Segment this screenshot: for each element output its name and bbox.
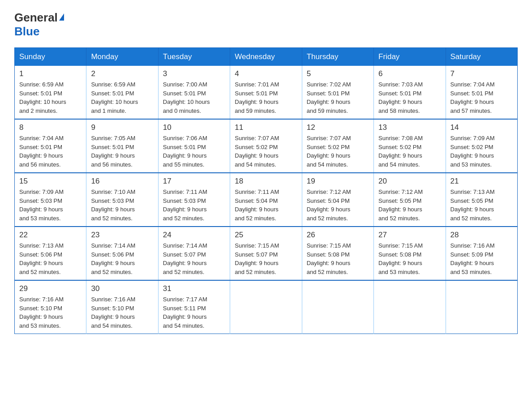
- day-number: 28: [450, 231, 513, 240]
- day-number: 15: [19, 177, 82, 186]
- day-info: Sunrise: 7:03 AMSunset: 5:01 PMDaylight:…: [378, 80, 441, 115]
- calendar-cell: 16Sunrise: 7:10 AMSunset: 5:03 PMDayligh…: [86, 173, 158, 227]
- day-number: 30: [91, 284, 153, 293]
- day-number: 11: [235, 123, 297, 132]
- calendar-cell: 15Sunrise: 7:09 AMSunset: 5:03 PMDayligh…: [15, 173, 86, 227]
- day-number: 3: [163, 69, 225, 78]
- day-info: Sunrise: 7:07 AMSunset: 5:02 PMDaylight:…: [235, 134, 297, 169]
- calendar-cell: 14Sunrise: 7:09 AMSunset: 5:02 PMDayligh…: [446, 119, 517, 173]
- day-info: Sunrise: 7:10 AMSunset: 5:03 PMDaylight:…: [91, 188, 153, 223]
- day-number: 21: [450, 177, 513, 186]
- calendar-week-row: 29Sunrise: 7:16 AMSunset: 5:10 PMDayligh…: [15, 280, 518, 334]
- day-number: 17: [163, 177, 225, 186]
- calendar-cell: 19Sunrise: 7:12 AMSunset: 5:04 PMDayligh…: [302, 173, 373, 227]
- day-info: Sunrise: 7:15 AMSunset: 5:07 PMDaylight:…: [235, 241, 297, 276]
- calendar-cell: 1Sunrise: 6:59 AMSunset: 5:01 PMDaylight…: [15, 66, 86, 119]
- calendar-cell: 18Sunrise: 7:11 AMSunset: 5:04 PMDayligh…: [230, 173, 302, 227]
- day-info: Sunrise: 7:13 AMSunset: 5:05 PMDaylight:…: [450, 188, 513, 223]
- day-number: 5: [307, 69, 369, 78]
- day-info: Sunrise: 6:59 AMSunset: 5:01 PMDaylight:…: [91, 80, 153, 115]
- day-info: Sunrise: 7:16 AMSunset: 5:10 PMDaylight:…: [91, 295, 153, 330]
- day-info: Sunrise: 7:11 AMSunset: 5:03 PMDaylight:…: [163, 188, 225, 223]
- calendar-cell: 24Sunrise: 7:14 AMSunset: 5:07 PMDayligh…: [158, 227, 230, 280]
- calendar-cell: 8Sunrise: 7:04 AMSunset: 5:01 PMDaylight…: [15, 119, 86, 173]
- calendar-cell: 31Sunrise: 7:17 AMSunset: 5:11 PMDayligh…: [158, 280, 230, 334]
- day-number: 14: [450, 123, 513, 132]
- day-number: 9: [91, 123, 153, 132]
- calendar-cell: 12Sunrise: 7:07 AMSunset: 5:02 PMDayligh…: [302, 119, 373, 173]
- day-info: Sunrise: 7:07 AMSunset: 5:02 PMDaylight:…: [307, 134, 369, 169]
- calendar-cell: 4Sunrise: 7:01 AMSunset: 5:01 PMDaylight…: [230, 66, 302, 119]
- day-number: 1: [19, 69, 82, 78]
- day-number: 26: [307, 231, 369, 240]
- day-number: 8: [19, 123, 82, 132]
- day-info: Sunrise: 7:02 AMSunset: 5:01 PMDaylight:…: [307, 80, 369, 115]
- day-info: Sunrise: 7:13 AMSunset: 5:06 PMDaylight:…: [19, 241, 82, 276]
- calendar-header-row: SundayMondayTuesdayWednesdayThursdayFrid…: [15, 48, 518, 66]
- day-number: 20: [378, 177, 441, 186]
- calendar-cell: 2Sunrise: 6:59 AMSunset: 5:01 PMDaylight…: [86, 66, 158, 119]
- day-number: 6: [378, 69, 441, 78]
- day-info: Sunrise: 6:59 AMSunset: 5:01 PMDaylight:…: [19, 80, 82, 115]
- logo-triangle-icon: [59, 13, 64, 21]
- day-info: Sunrise: 7:14 AMSunset: 5:06 PMDaylight:…: [91, 241, 153, 276]
- day-info: Sunrise: 7:01 AMSunset: 5:01 PMDaylight:…: [235, 80, 297, 115]
- weekday-header-monday: Monday: [86, 48, 158, 66]
- calendar-cell: [446, 280, 517, 334]
- calendar-cell: 3Sunrise: 7:00 AMSunset: 5:01 PMDaylight…: [158, 66, 230, 119]
- day-info: Sunrise: 7:09 AMSunset: 5:02 PMDaylight:…: [450, 134, 513, 169]
- calendar-week-row: 8Sunrise: 7:04 AMSunset: 5:01 PMDaylight…: [15, 119, 518, 173]
- day-number: 4: [235, 69, 297, 78]
- logo-text: General Blue: [14, 11, 64, 39]
- calendar-cell: 29Sunrise: 7:16 AMSunset: 5:10 PMDayligh…: [15, 280, 86, 334]
- day-info: Sunrise: 7:08 AMSunset: 5:02 PMDaylight:…: [378, 134, 441, 169]
- calendar-cell: 27Sunrise: 7:15 AMSunset: 5:08 PMDayligh…: [374, 227, 446, 280]
- day-info: Sunrise: 7:16 AMSunset: 5:10 PMDaylight:…: [19, 295, 82, 330]
- calendar-week-row: 15Sunrise: 7:09 AMSunset: 5:03 PMDayligh…: [15, 173, 518, 227]
- calendar-cell: 22Sunrise: 7:13 AMSunset: 5:06 PMDayligh…: [15, 227, 86, 280]
- day-info: Sunrise: 7:14 AMSunset: 5:07 PMDaylight:…: [163, 241, 225, 276]
- day-info: Sunrise: 7:04 AMSunset: 5:01 PMDaylight:…: [19, 134, 82, 169]
- logo: General Blue: [14, 11, 64, 39]
- weekday-header-friday: Friday: [374, 48, 446, 66]
- calendar-cell: 21Sunrise: 7:13 AMSunset: 5:05 PMDayligh…: [446, 173, 517, 227]
- calendar-cell: 26Sunrise: 7:15 AMSunset: 5:08 PMDayligh…: [302, 227, 373, 280]
- day-number: 19: [307, 177, 369, 186]
- calendar-cell: [374, 280, 446, 334]
- day-info: Sunrise: 7:12 AMSunset: 5:04 PMDaylight:…: [307, 188, 369, 223]
- day-number: 27: [378, 231, 441, 240]
- day-number: 12: [307, 123, 369, 132]
- page-header: General Blue: [14, 11, 518, 39]
- calendar-cell: 28Sunrise: 7:16 AMSunset: 5:09 PMDayligh…: [446, 227, 517, 280]
- weekday-header-wednesday: Wednesday: [230, 48, 302, 66]
- calendar-cell: 23Sunrise: 7:14 AMSunset: 5:06 PMDayligh…: [86, 227, 158, 280]
- calendar-cell: 20Sunrise: 7:12 AMSunset: 5:05 PMDayligh…: [374, 173, 446, 227]
- day-number: 2: [91, 69, 153, 78]
- calendar-cell: [302, 280, 373, 334]
- day-number: 31: [163, 284, 225, 293]
- calendar-table: SundayMondayTuesdayWednesdayThursdayFrid…: [14, 47, 518, 334]
- calendar-week-row: 1Sunrise: 6:59 AMSunset: 5:01 PMDaylight…: [15, 66, 518, 119]
- calendar-cell: 17Sunrise: 7:11 AMSunset: 5:03 PMDayligh…: [158, 173, 230, 227]
- day-info: Sunrise: 7:12 AMSunset: 5:05 PMDaylight:…: [378, 188, 441, 223]
- calendar-cell: 11Sunrise: 7:07 AMSunset: 5:02 PMDayligh…: [230, 119, 302, 173]
- weekday-header-sunday: Sunday: [15, 48, 86, 66]
- day-number: 16: [91, 177, 153, 186]
- weekday-header-saturday: Saturday: [446, 48, 517, 66]
- day-info: Sunrise: 7:17 AMSunset: 5:11 PMDaylight:…: [163, 295, 225, 330]
- calendar-cell: 6Sunrise: 7:03 AMSunset: 5:01 PMDaylight…: [374, 66, 446, 119]
- weekday-header-thursday: Thursday: [302, 48, 373, 66]
- day-number: 10: [163, 123, 225, 132]
- calendar-cell: 7Sunrise: 7:04 AMSunset: 5:01 PMDaylight…: [446, 66, 517, 119]
- day-info: Sunrise: 7:11 AMSunset: 5:04 PMDaylight:…: [235, 188, 297, 223]
- day-number: 29: [19, 284, 82, 293]
- day-info: Sunrise: 7:09 AMSunset: 5:03 PMDaylight:…: [19, 188, 82, 223]
- day-info: Sunrise: 7:15 AMSunset: 5:08 PMDaylight:…: [378, 241, 441, 276]
- calendar-cell: 30Sunrise: 7:16 AMSunset: 5:10 PMDayligh…: [86, 280, 158, 334]
- day-number: 7: [450, 69, 513, 78]
- logo-blue-text: Blue: [14, 25, 64, 39]
- day-info: Sunrise: 7:04 AMSunset: 5:01 PMDaylight:…: [450, 80, 513, 115]
- day-info: Sunrise: 7:16 AMSunset: 5:09 PMDaylight:…: [450, 241, 513, 276]
- day-number: 13: [378, 123, 441, 132]
- day-info: Sunrise: 7:15 AMSunset: 5:08 PMDaylight:…: [307, 241, 369, 276]
